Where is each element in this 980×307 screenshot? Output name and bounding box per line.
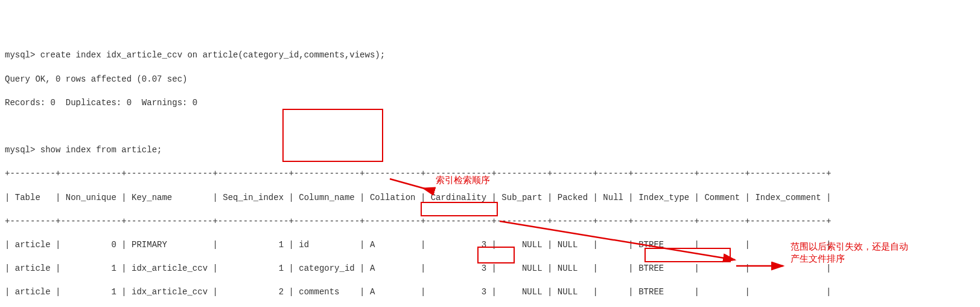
cmd-create-index: mysql> create index idx_article_ccv on a… (5, 50, 975, 62)
table-divider: +---------+------------+----------------… (5, 216, 975, 228)
mysql-prompt: mysql> (5, 145, 40, 155)
annotation-filesort: 范围以后索引失效，还是自动 产生文件排序 (791, 241, 959, 264)
table-divider: +---------+------------+----------------… (5, 168, 975, 180)
result-line: Query OK, 0 rows affected (0.07 sec) (5, 74, 975, 86)
table-row: | article | 1 | idx_article_ccv | 1 | ca… (5, 263, 975, 275)
table-row: | article | 1 | idx_article_ccv | 2 | co… (5, 286, 975, 299)
svg-line-0 (390, 179, 433, 191)
highlight-comments-condition (421, 202, 498, 216)
annotation-line: 产生文件排序 (791, 253, 845, 263)
cmd-show-index: mysql> show index from article; (5, 144, 975, 157)
blank-line (5, 121, 975, 133)
annotation-line: 范围以后索引失效，还是自动 (791, 241, 908, 251)
result-line: Records: 0 Duplicates: 0 Warnings: 0 (5, 97, 975, 109)
sql-text: show index from article; (40, 145, 162, 155)
sql-text: create index idx_article_ccv on article(… (40, 50, 385, 60)
annotation-index-order: 索引检索顺序 (436, 174, 490, 186)
mysql-prompt: mysql> (5, 50, 40, 60)
table-header: | Table | Non_unique | Key_name | Seq_in… (5, 192, 975, 204)
